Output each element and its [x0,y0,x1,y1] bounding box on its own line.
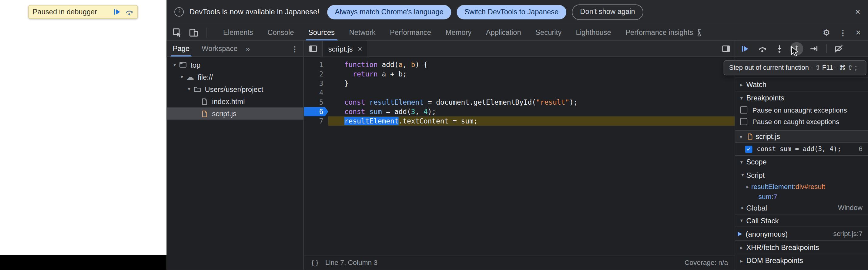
js-file-icon [747,133,753,140]
collapse-arrow-icon[interactable]: ▸ [744,184,751,189]
scope-var-resultelement[interactable]: ▸ resultElement: div#result [735,182,868,192]
breakpoint-entry-row[interactable]: ✓ const sum = add(3, 4); 6 [735,143,868,155]
expand-arrow-icon[interactable]: ▾ [186,86,193,92]
line-number-1[interactable]: 1 [304,60,328,69]
code-line-5[interactable]: 5 const resultElement = document.getElem… [304,97,735,107]
code-line-7-execution[interactable]: 7 resultElement.textContent = sum; [304,116,735,126]
xhr-breakpoints-section-header[interactable]: ▸ XHR/fetch Breakpoints [735,240,868,253]
infobar-close-icon[interactable]: × [855,7,861,17]
coverage-status: Coverage: n/a [685,259,728,267]
folder-icon [192,85,202,93]
resume-script-icon[interactable] [113,8,121,16]
tree-item-file-origin[interactable]: ▾ ☁ file:// [167,71,304,83]
code-line-6[interactable]: 6 const sum = add(3, 4); [304,107,735,116]
expand-arrow-icon[interactable]: ▾ [171,62,178,68]
code-line-3[interactable]: 3 } [304,79,735,88]
toggle-debugger-panel-icon[interactable] [721,44,731,53]
expand-arrow-icon[interactable]: ▾ [739,172,746,178]
step-icon[interactable] [807,42,820,56]
editor-tab-label: script.js [328,44,352,53]
var-value: div#result [796,183,825,191]
collapse-arrow-icon[interactable]: ▸ [739,205,746,211]
scope-section-header[interactable]: ▾ Scope [735,155,868,169]
device-toolbar-icon[interactable] [189,27,199,37]
more-tabs-icon[interactable]: » [246,44,250,53]
code-line-4[interactable]: 4 [304,88,735,97]
tab-security[interactable]: Security [528,24,569,40]
breakpoint-file-group-header[interactable]: ▾ script.js [735,130,868,143]
pretty-print-icon[interactable]: {} [310,259,319,267]
expand-arrow-icon[interactable]: ▾ [738,159,745,165]
scope-var-sum[interactable]: sum: 7 [735,192,868,202]
tree-item-project-folder[interactable]: ▾ Users/user/project [167,83,304,95]
step-into-icon[interactable] [773,42,786,56]
expand-arrow-icon[interactable]: ▾ [738,218,745,223]
tab-elements[interactable]: Elements [216,24,260,40]
navigator-tab-page[interactable]: Page [167,41,196,56]
step-over-icon[interactable] [125,8,133,16]
pause-uncaught-checkbox[interactable] [740,107,747,114]
dont-show-again-button[interactable]: Don't show again [572,4,643,20]
tabbar-lead [167,27,213,37]
tab-performance-insights-label: Performance insights [625,24,693,40]
breakpoint-group-filename: script.js [755,132,780,141]
always-match-language-button[interactable]: Always match Chrome's language [327,5,451,19]
step-over-icon[interactable] [755,42,769,56]
frame-name: (anonymous) [746,230,788,238]
pause-caught-checkbox[interactable] [740,118,747,125]
tree-item-top[interactable]: ▾ top [167,59,304,71]
call-stack-section-header[interactable]: ▾ Call Stack [735,214,868,227]
watch-section-header[interactable]: ▸ Watch [735,78,868,91]
var-name: resultElement [751,183,794,191]
tab-sources[interactable]: Sources [301,24,342,40]
line-number-4[interactable]: 4 [304,88,328,97]
navigator-tab-workspace[interactable]: Workspace [195,41,244,56]
tab-performance[interactable]: Performance [382,24,438,40]
expand-arrow-icon[interactable]: ▾ [738,95,745,100]
line-number-7[interactable]: 7 [304,116,328,126]
switch-to-japanese-button[interactable]: Switch DevTools to Japanese [457,5,566,19]
tab-performance-insights[interactable]: Performance insights [618,24,710,40]
cursor-position-status: Line 7, Column 3 [325,259,378,267]
line-number-3[interactable]: 3 [304,79,328,88]
tab-application[interactable]: Application [479,24,528,40]
language-infobar: i DevTools is now available in Japanese!… [167,0,868,24]
scope-script-group[interactable]: ▾ Script [735,169,868,182]
settings-gear-icon[interactable]: ⚙ [823,27,830,37]
navigator-kebab-icon[interactable]: ⋮ [291,44,303,53]
tab-console[interactable]: Console [260,24,301,40]
expand-arrow-icon[interactable]: ▾ [737,134,745,139]
pause-on-caught-row[interactable]: Pause on caught exceptions [735,116,868,127]
code-line-1[interactable]: 1 function add(a, b) { [304,60,735,69]
tab-memory[interactable]: Memory [438,24,479,40]
code-view[interactable]: 1 function add(a, b) { 2 return a + b; 3… [304,58,735,255]
scope-global-group[interactable]: ▸ Global Window [735,202,868,214]
collapse-arrow-icon[interactable]: ▸ [738,244,745,250]
code-line-2[interactable]: 2 return a + b; [304,69,735,79]
resume-script-execution-icon[interactable] [739,42,752,56]
call-stack-frame-row[interactable]: ▶ (anonymous) script.js:7 [735,227,868,241]
deactivate-breakpoints-icon[interactable] [832,42,845,56]
toggle-navigator-panel-icon[interactable] [308,44,318,53]
tab-close-icon[interactable]: × [358,44,362,53]
tree-item-script-js[interactable]: script.js [167,108,304,120]
collapse-arrow-icon[interactable]: ▸ [738,258,745,263]
inspect-element-icon[interactable] [172,27,182,37]
expand-arrow-icon[interactable]: ▾ [178,74,186,80]
line-number-5[interactable]: 5 [304,97,328,107]
dom-breakpoints-section-header[interactable]: ▸ DOM Breakpoints [735,253,868,267]
editor-tab-script-js[interactable]: script.js × [322,41,368,56]
breakpoint-line-number-6[interactable]: 6 [304,107,328,116]
editor-tabstrip: script.js × [304,41,735,57]
pause-on-uncaught-row[interactable]: Pause on uncaught exceptions [735,104,868,116]
more-options-kebab-icon[interactable]: ⋮ [839,28,847,37]
tab-network[interactable]: Network [342,24,383,40]
breakpoints-section-header[interactable]: ▾ Breakpoints [735,91,868,104]
tree-item-index-html[interactable]: index.html [167,95,304,108]
line-number-2[interactable]: 2 [304,69,328,79]
devtools-close-icon[interactable]: × [856,27,861,37]
toolbar-divider [826,44,827,53]
tab-lighthouse[interactable]: Lighthouse [569,24,619,40]
collapse-arrow-icon[interactable]: ▸ [738,82,745,87]
breakpoint-checkbox[interactable]: ✓ [745,145,752,153]
